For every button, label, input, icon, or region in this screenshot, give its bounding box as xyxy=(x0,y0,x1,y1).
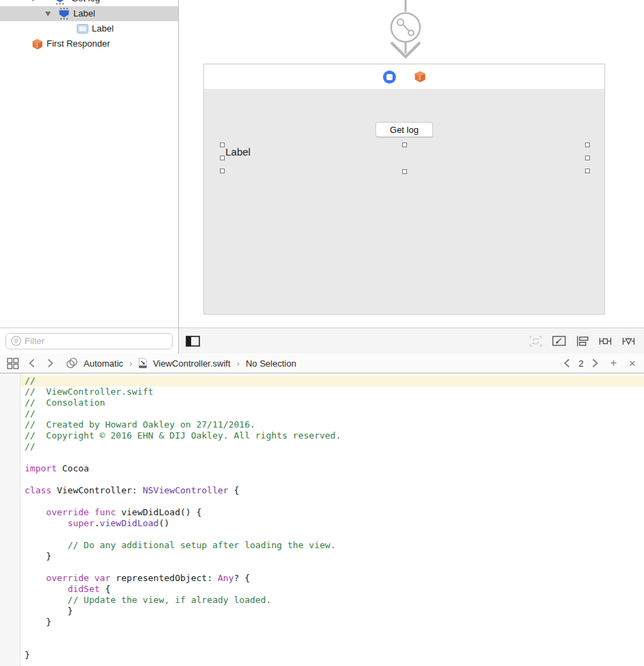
storyboard-entry-segue-icon[interactable] xyxy=(385,0,426,62)
outline-row-label: Label xyxy=(73,8,95,18)
selection-handle[interactable] xyxy=(220,156,225,160)
outline-row-get-log[interactable]: Get log xyxy=(0,0,178,6)
code-line: // Created by Howard Oakley on 27/11/201… xyxy=(0,419,644,430)
add-constraints-pin-button[interactable] xyxy=(598,335,612,347)
code-line: // xyxy=(0,375,644,386)
code-line: // Update the view, if already loaded. xyxy=(0,595,644,606)
code-line: didSet { xyxy=(0,584,644,595)
ib-canvas: 1 Get log Label xyxy=(179,0,644,328)
filter-icon xyxy=(11,336,21,346)
outline-row-label-selected[interactable]: Label xyxy=(0,6,178,21)
get-log-button[interactable]: Get log xyxy=(375,122,433,137)
code-line: super.viewDidLoad() xyxy=(0,518,644,529)
history-counter: 2 xyxy=(575,358,586,369)
code-line: import Cocoa xyxy=(0,463,644,474)
update-frames-button-disabled xyxy=(529,335,543,347)
code-line xyxy=(0,529,644,540)
selection-handle[interactable] xyxy=(585,156,590,160)
toggle-document-outline-button[interactable] xyxy=(186,336,200,347)
code-line xyxy=(0,562,644,573)
code-lines: //// ViewController.swift// Consolation/… xyxy=(0,373,644,661)
view-controller-icon[interactable] xyxy=(383,71,396,84)
editor-top-split: Get log Label xyxy=(0,0,644,328)
related-items-icon[interactable] xyxy=(7,358,19,369)
outline-row-label: Label xyxy=(92,23,114,34)
code-line xyxy=(0,628,644,639)
code-line: // Copyright © 2016 EHN & DIJ Oakley. Al… xyxy=(0,430,644,441)
selection-handle[interactable] xyxy=(220,169,225,173)
scene-dock: 1 xyxy=(204,64,604,90)
text-field-icon xyxy=(77,24,88,34)
embed-in-stack-button[interactable] xyxy=(552,335,567,347)
history-back-button[interactable] xyxy=(564,358,570,368)
disclosure-triangle-icon[interactable] xyxy=(32,0,37,1)
scene-view: Get log Label xyxy=(204,90,604,314)
code-line xyxy=(0,474,644,485)
outline-row-label-child[interactable]: Label xyxy=(0,21,178,36)
code-line: // xyxy=(0,441,644,452)
code-line: } xyxy=(0,650,644,661)
counterparts-icon[interactable] xyxy=(66,357,78,369)
code-line: } xyxy=(0,617,644,628)
history-forward-button[interactable] xyxy=(592,358,598,368)
code-line: // Do any additional setup after loading… xyxy=(0,540,644,551)
disclosure-triangle-icon[interactable] xyxy=(45,12,51,16)
filter-input[interactable]: Filter xyxy=(5,333,173,349)
code-line: // xyxy=(0,408,644,419)
code-line: override func viewDidLoad() { xyxy=(0,507,644,518)
close-editor-button[interactable]: × xyxy=(629,358,636,369)
selection-handle[interactable] xyxy=(585,143,590,147)
jump-bar: Automatic › ViewController.swift › No Se… xyxy=(0,354,644,373)
first-responder-icon[interactable]: 1 xyxy=(414,71,426,83)
filter-placeholder: Filter xyxy=(25,336,45,346)
code-line xyxy=(0,496,644,507)
swift-file-icon xyxy=(138,358,147,369)
outline-row-label: First Responder xyxy=(47,38,110,49)
canvas-label[interactable]: Label xyxy=(225,146,251,158)
first-responder-cube-icon: 1 xyxy=(32,38,43,50)
code-line: // ViewController.swift xyxy=(0,386,644,397)
selection-handle[interactable] xyxy=(402,143,407,147)
jump-bar-item-mode[interactable]: Automatic xyxy=(84,358,123,369)
outline-tree: Get log Label xyxy=(0,0,178,328)
go-back-button[interactable] xyxy=(29,358,35,368)
svg-text:1: 1 xyxy=(36,43,39,48)
view-controller-scene: 1 Get log Label xyxy=(203,64,605,314)
align-button[interactable] xyxy=(575,335,589,347)
outline-row-label: Get log xyxy=(71,0,100,3)
go-forward-button[interactable] xyxy=(47,358,53,368)
code-line: } xyxy=(0,551,644,562)
svg-text:1: 1 xyxy=(418,75,421,81)
code-line xyxy=(0,452,644,463)
ib-bottom-toolbar xyxy=(179,328,644,354)
bottom-bars: Filter xyxy=(0,328,644,354)
source-editor[interactable]: //// ViewController.swift// Consolation/… xyxy=(0,373,644,666)
jump-bar-item-file[interactable]: ViewController.swift xyxy=(153,358,230,369)
button-with-constraints-icon xyxy=(53,0,66,5)
add-editor-button[interactable]: + xyxy=(610,358,617,369)
document-outline-panel: Get log Label xyxy=(0,0,179,328)
selection-handle[interactable] xyxy=(220,143,225,147)
jump-bar-separator: › xyxy=(236,358,240,369)
breakpoint-gutter[interactable] xyxy=(0,373,21,666)
selection-handle[interactable] xyxy=(585,169,590,173)
code-line: // Consolation xyxy=(0,397,644,408)
resolve-autolayout-issues-button[interactable] xyxy=(621,335,636,347)
selection-handle[interactable] xyxy=(402,169,407,174)
outline-row-first-responder[interactable]: 1 First Responder xyxy=(0,36,178,51)
code-line: class ViewController: NSViewController { xyxy=(0,485,644,496)
code-line: } xyxy=(0,606,644,617)
code-line xyxy=(0,639,644,650)
jump-bar-separator: › xyxy=(129,358,133,369)
outline-filter-bar: Filter xyxy=(0,328,179,354)
label-with-constraints-icon xyxy=(58,8,71,20)
code-line: override var representedObject: Any? { xyxy=(0,573,644,584)
jump-bar-item-selection[interactable]: No Selection xyxy=(246,358,297,369)
